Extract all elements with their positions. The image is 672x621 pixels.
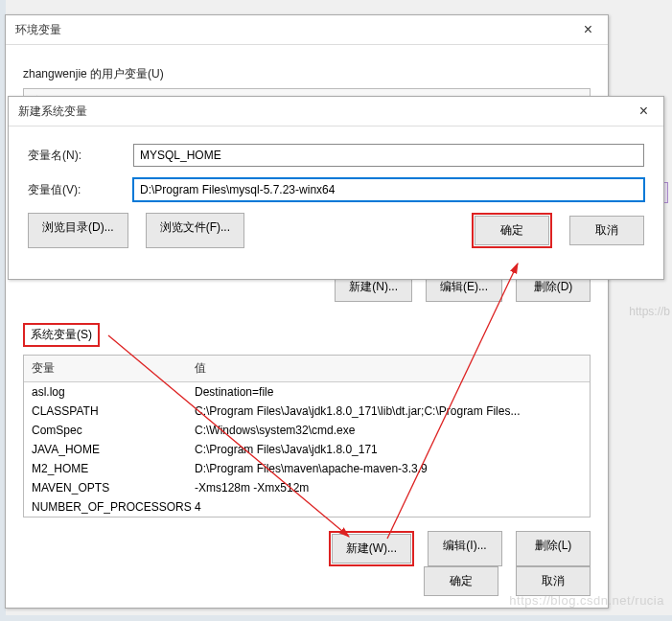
- var-value-cell: -Xms128m -Xmx512m: [195, 481, 582, 494]
- env-final-buttons: 确定 取消: [424, 566, 591, 596]
- table-row[interactable]: JAVA_HOMEC:\Program Files\Java\jdk1.8.0_…: [24, 440, 590, 459]
- env-cancel-button[interactable]: 取消: [516, 566, 591, 596]
- var-value-cell: C:\Windows\system32\cmd.exe: [195, 424, 582, 437]
- var-name-cell: JAVA_HOME: [32, 443, 195, 456]
- sys-new-highlight: 新建(W)...: [329, 531, 414, 566]
- var-value-cell: Destination=file: [195, 385, 582, 399]
- sys-new-button[interactable]: 新建(W)...: [332, 534, 411, 564]
- dlg-title-bar: 新建系统变量 ×: [9, 97, 663, 126]
- var-value-row: 变量值(V):: [28, 178, 644, 201]
- var-name-label: 变量名(N):: [28, 148, 133, 164]
- var-name-cell: CLASSPATH: [32, 404, 195, 418]
- dlg-title: 新建系统变量: [18, 104, 87, 120]
- var-name-row: 变量名(N):: [28, 144, 644, 167]
- dlg-buttons: 浏览目录(D)... 浏览文件(F)... 确定 取消: [28, 213, 644, 248]
- col-val: 值: [187, 356, 590, 381]
- var-value-label: 变量值(V):: [28, 182, 133, 198]
- table-row[interactable]: M2_HOMED:\Program Files\maven\apache-mav…: [24, 459, 590, 478]
- table-row[interactable]: CLASSPATHC:\Program Files\Java\jdk1.8.0_…: [24, 402, 590, 421]
- var-value-cell: D:\Program Files\maven\apache-maven-3.3.…: [195, 462, 582, 475]
- var-value-cell: C:\Program Files\Java\jdk1.8.0_171\lib\d…: [195, 404, 582, 418]
- col-var: 变量: [24, 356, 187, 381]
- table-row[interactable]: NUMBER_OF_PROCESSORS4: [24, 497, 590, 517]
- sys-buttons-row: 新建(W)... 编辑(I)... 删除(L): [23, 531, 591, 566]
- dlg-ok-button[interactable]: 确定: [475, 216, 549, 245]
- var-name-cell: ComSpec: [32, 424, 195, 437]
- sys-table-header: 变量 值: [24, 356, 590, 382]
- env-title-bar: 环境变量 ×: [6, 15, 608, 45]
- system-vars-label: 系统变量(S): [31, 328, 92, 341]
- new-system-variable-dialog: 新建系统变量 × 变量名(N): 变量值(V): 浏览目录(D)... 浏览文件…: [8, 96, 664, 280]
- dlg-body: 变量名(N): 变量值(V): 浏览目录(D)... 浏览文件(F)... 确定…: [9, 126, 663, 260]
- env-title: 环境变量: [15, 22, 61, 38]
- close-icon[interactable]: ×: [578, 21, 598, 38]
- table-row[interactable]: ComSpecC:\Windows\system32\cmd.exe: [24, 421, 590, 440]
- var-name-cell: M2_HOME: [32, 462, 195, 475]
- var-name-cell: NUMBER_OF_PROCESSORS: [32, 500, 195, 514]
- dlg-cancel-button[interactable]: 取消: [569, 216, 644, 245]
- var-name-input[interactable]: [133, 144, 644, 167]
- truncated-text: https://b: [629, 305, 670, 318]
- user-vars-label: zhangwenjie 的用户变量(U): [23, 66, 591, 82]
- ok-highlight: 确定: [472, 213, 552, 248]
- bottom-strip: [0, 615, 672, 621]
- browse-file-button[interactable]: 浏览文件(F)...: [146, 213, 244, 248]
- system-vars-label-box: 系统变量(S): [23, 323, 100, 347]
- var-name-cell: MAVEN_OPTS: [32, 481, 195, 494]
- table-row[interactable]: MAVEN_OPTS -Xms128m -Xmx512m: [24, 478, 590, 497]
- system-vars-table[interactable]: 变量 值 asl.logDestination=fileCLASSPATHC:\…: [23, 355, 591, 518]
- var-value-cell: C:\Program Files\Java\jdk1.8.0_171: [195, 443, 582, 456]
- watermark-text: https://blog.csdn.net/rucia: [509, 593, 664, 608]
- sys-delete-button[interactable]: 删除(L): [516, 531, 591, 566]
- var-value-cell: 4: [195, 500, 582, 514]
- close-icon[interactable]: ×: [634, 103, 654, 120]
- var-value-input[interactable]: [133, 178, 644, 201]
- sys-edit-button[interactable]: 编辑(I)...: [428, 531, 502, 566]
- var-name-cell: asl.log: [32, 385, 195, 399]
- sys-table-body: asl.logDestination=fileCLASSPATHC:\Progr…: [24, 382, 590, 517]
- table-row[interactable]: asl.logDestination=file: [24, 382, 590, 402]
- env-ok-button[interactable]: 确定: [424, 566, 498, 596]
- browse-dir-button[interactable]: 浏览目录(D)...: [28, 213, 128, 248]
